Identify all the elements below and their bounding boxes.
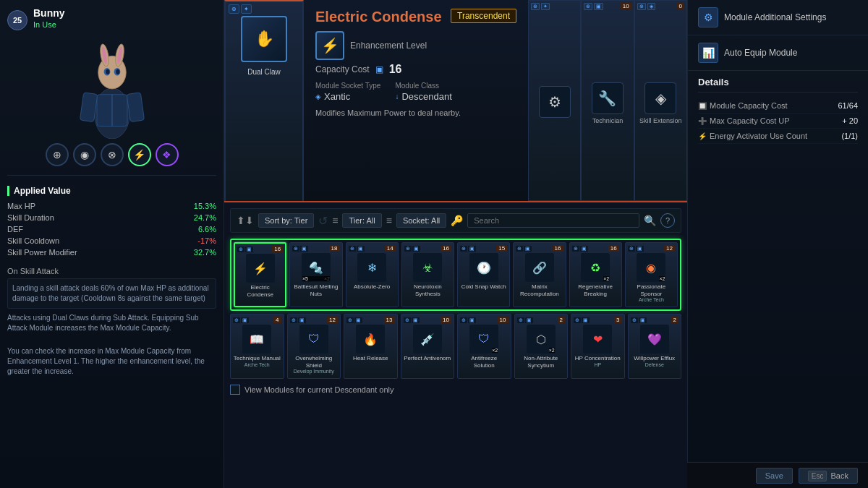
equip-btn[interactable]: 📊 Auto Equip Module — [688, 35, 868, 71]
svg-point-12 — [106, 69, 109, 74]
detail-label: ➕ Max Capacity Cost UP — [698, 116, 790, 125]
module-card-row2[interactable]: ⊕ ▣ 2 💜 Willpower Efflux Defense — [628, 314, 682, 379]
mc-icons: ⊕ ▣ — [516, 246, 532, 252]
module-card-row2[interactable]: ⊕ ▣ 4 📖 Technique Manual Arche Tech — [230, 314, 284, 379]
search-input[interactable] — [467, 213, 639, 228]
class-icon: ↓ — [395, 93, 399, 100]
module-card-row1[interactable]: ⊕ ▣ 12 ◉ ×2 Passionate Sponsor Arche Tec… — [625, 242, 678, 307]
class-label: Module Class — [395, 82, 451, 90]
skill-icon-5[interactable]: ❖ — [156, 143, 179, 166]
sort-bar: ⬆⬇ Sort by: Tier ↺ ≡ Tier: All ≡ Socket:… — [230, 208, 681, 233]
char-name: Bunny — [33, 7, 216, 19]
enhancement-label: Enhancement Level — [350, 40, 427, 51]
back-button[interactable]: Esc Back — [799, 468, 858, 484]
module-card-row2[interactable]: ⊕ ▣ 2 ⬡ ×2 Non-Attribute Syncytium — [514, 314, 569, 379]
sort-icon[interactable]: ⬆⬇ — [237, 215, 254, 226]
module-card-row2[interactable]: ⊕ ▣ 12 🛡 Overwhelming Shield Develop Imm… — [287, 314, 341, 379]
tier-filter-btn[interactable]: Tier: All — [342, 213, 381, 228]
mc-top: ⊕ ▣ 16 — [516, 245, 563, 252]
dual-claw-name: Dual Claw — [247, 68, 281, 76]
mc-icon: 🔥 — [356, 325, 385, 354]
char-info: Bunny In Use — [33, 7, 216, 29]
mc-top: ⊕ ▣ 3 — [574, 317, 622, 323]
skill-icon-4[interactable]: ⚡ — [128, 143, 151, 166]
stat-name: Skill Power Modifier — [7, 248, 77, 257]
mc-icons: ⊕ ▣ — [233, 317, 249, 323]
on-skill-section: On Skill Attack Landing a skill attack d… — [0, 264, 224, 380]
mc-icons: ⊕ ▣ — [631, 317, 647, 323]
top-slot-3[interactable]: ⊕ ◈ 0 ◈ Skill Extension — [634, 0, 687, 201]
mc-level: 14 — [385, 245, 396, 252]
mc-top: ⊕ ▣ 2 — [517, 317, 566, 323]
slot2-badge1: ⊕ — [584, 3, 592, 10]
sort-refresh-icon[interactable]: ↺ — [318, 214, 328, 228]
stat-row: Skill Power Modifier32.7% — [7, 247, 216, 258]
mc-top: ⊕ ▣ 15 — [460, 245, 507, 252]
mc-icon: 🔗 — [525, 253, 554, 282]
dual-claw-slot[interactable]: ⊕ ✦ ✋ Dual Claw — [224, 0, 304, 201]
mc-icons: ⊕ ▣ — [574, 317, 590, 323]
enhancement-row: ⚡ Enhancement Level — [315, 31, 516, 60]
mc-badge2: ▣ — [412, 246, 420, 252]
top-slot-1[interactable]: ⊕ ✦ ⚙ — [528, 0, 581, 201]
module-info-area: Electric Condense Transcendent ⚡ Enhance… — [304, 0, 528, 201]
stat-value: 6.6% — [198, 225, 216, 234]
module-card-row1[interactable]: ⊕ ▣ 16 🔗 Matrix Recomputation — [513, 242, 566, 307]
mc-icon: ♻ ×2 — [581, 253, 610, 282]
socket-filter-btn[interactable]: Socket: All — [396, 213, 446, 228]
mc-badge1: ⊕ — [574, 317, 581, 323]
top-slot-3-badges: ⊕ ◈ — [637, 3, 655, 10]
right-panel: ⚙ Module Additional Settings 📊 Auto Equi… — [687, 0, 868, 488]
mc-top: ⊕ ▣ 2 — [631, 317, 679, 323]
module-card-row2[interactable]: ⊕ ▣ 13 🔥 Heat Release — [344, 314, 398, 379]
module-card-row1[interactable]: ⊕ ▣ 15 🕐 Cold Snap Watch — [457, 242, 510, 307]
mc-level: 13 — [384, 317, 395, 323]
sort-by-tier-btn[interactable]: Sort by: Tier — [258, 213, 314, 228]
mc-icon: ☣ — [413, 253, 442, 282]
view-checkbox-label: View Modules for current Descendant only — [244, 385, 393, 394]
module-card-row1[interactable]: ⊕ ▣ 14 ❄ Absolute-Zero — [346, 242, 399, 307]
stats-rows: Max HP15.3%Skill Duration24.7%DEF6.6%Ski… — [7, 200, 216, 258]
module-card-row2[interactable]: ⊕ ▣ 10 💉 Perfect Antivenom — [401, 314, 455, 379]
top-slot-2[interactable]: ⊕ ▣ 10 🔧 Technician — [581, 0, 634, 201]
settings-btn[interactable]: ⚙ Module Additional Settings — [688, 0, 868, 35]
sort-layers-icon[interactable]: ≡ — [332, 215, 338, 226]
mc-top: ⊕ ▣ 18 — [292, 245, 339, 252]
detail-icon: ⚡ — [698, 132, 707, 140]
equip-label: Auto Equip Module — [724, 48, 797, 58]
module-card-row2[interactable]: ⊕ ▣ 10 🛡 ×2 Antifreeze Solution — [457, 314, 511, 379]
module-card-row1[interactable]: ⊕ ▣ 16 ☣ Neurotoxin Synthesis — [401, 242, 454, 307]
mc-level: 4 — [273, 317, 281, 323]
mc-badge2: ▣ — [357, 246, 365, 252]
mc-level: 12 — [664, 245, 675, 252]
extra-desc-2: You can check the increase in Max Module… — [7, 346, 216, 377]
mc-type: HP — [594, 362, 601, 367]
skill-icon-2[interactable]: ◉ — [73, 143, 96, 166]
skill-icon-1[interactable]: ⊕ — [46, 143, 69, 166]
tier-filter-icon[interactable]: ≡ — [386, 215, 392, 226]
module-card-row1[interactable]: ⊕ ▣ 16 ♻ ×2 Regenerative Breaking — [569, 242, 622, 307]
socket-type-value: ◈ Xantic — [315, 91, 380, 102]
mc-icons: ⊕ ▣ — [460, 317, 476, 323]
search-tool-icon[interactable]: 🔑 — [451, 215, 463, 226]
mc-type: Arche Tech — [639, 297, 664, 302]
mc-badge2: ▣ — [582, 317, 590, 323]
mc-name: Regenerative Breaking — [572, 283, 619, 297]
on-skill-desc: Landing a skill attack deals 60% of own … — [7, 278, 216, 309]
socket-type-label: Module Socket Type — [315, 82, 380, 90]
skill-icon-3[interactable]: ⊗ — [101, 143, 124, 166]
module-card-row1[interactable]: ⊕ ▣ 18 🔩 ×2 ×5 Battlesuit Melting Nuts — [289, 242, 342, 307]
mc-level: 15 — [496, 245, 507, 252]
mc-level: 12 — [327, 317, 338, 323]
search-icon[interactable]: 🔍 — [644, 215, 656, 226]
module-card-row2[interactable]: ⊕ ▣ 3 ❤ HP Concentration HP — [571, 314, 625, 379]
mc-icon: ◉ ×2 — [637, 253, 665, 282]
detail-value: 61/64 — [838, 101, 858, 110]
mc-badge2: ▣ — [412, 317, 420, 323]
help-btn[interactable]: ? — [660, 213, 675, 228]
save-button[interactable]: Save — [756, 468, 793, 484]
mc-badge1: ⊕ — [290, 317, 297, 323]
view-checkbox[interactable] — [230, 385, 240, 395]
mc-icon: 💉 — [413, 325, 442, 354]
module-card-row1[interactable]: ⊕ ▣ 16 ⚡ Electric Condense — [234, 242, 286, 307]
